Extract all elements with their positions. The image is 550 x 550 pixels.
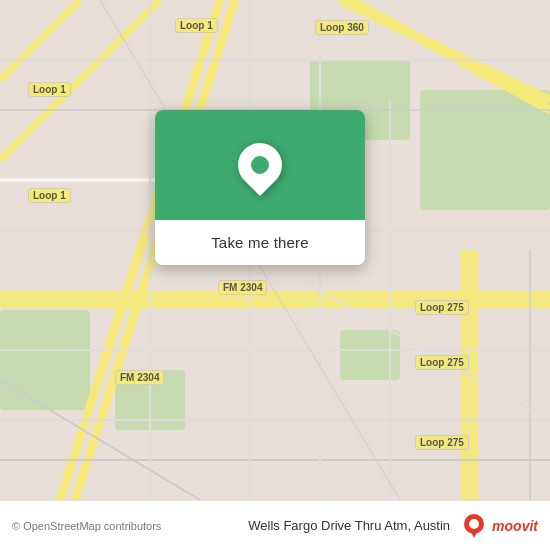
svg-rect-3 <box>420 90 550 210</box>
take-me-there-button[interactable]: Take me there <box>155 220 365 265</box>
moovit-icon <box>460 512 488 540</box>
bottom-bar: © OpenStreetMap contributors Wells Fargo… <box>0 500 550 550</box>
copyright-text: © OpenStreetMap contributors <box>12 520 238 532</box>
location-name: Wells Fargo Drive Thru Atm, Austin <box>248 518 450 533</box>
location-pin <box>229 134 291 196</box>
map-container: Loop 1 Loop 360 Loop 1 Loop 1 FM 2304 FM… <box>0 0 550 500</box>
moovit-logo: moovit <box>460 512 538 540</box>
svg-point-32 <box>469 519 479 529</box>
moovit-text: moovit <box>492 518 538 534</box>
popup-card: Take me there <box>155 110 365 265</box>
svg-rect-1 <box>0 310 90 410</box>
popup-map-area <box>155 110 365 220</box>
svg-marker-33 <box>470 530 478 538</box>
